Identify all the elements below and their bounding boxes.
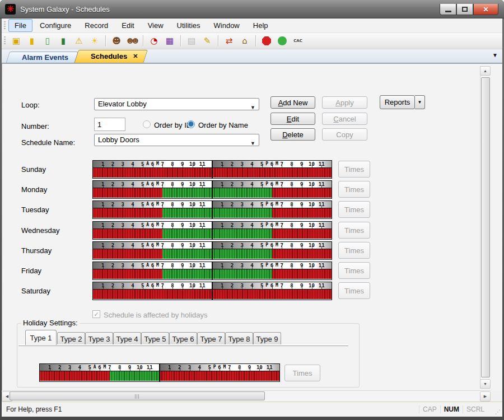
stop-icon[interactable] <box>259 34 274 48</box>
holiday-tab-type-6[interactable]: Type 6 <box>169 332 197 345</box>
cancel-button[interactable]: Cancel <box>322 113 367 125</box>
monday-timeline[interactable]: 1234567891011AM1234567891011PM <box>92 180 332 199</box>
building-access-icon[interactable]: ⌂ <box>237 34 252 48</box>
tab-alarm-events[interactable]: Alarm Events <box>10 52 78 63</box>
tuesday-timeline-active-segment <box>162 208 272 218</box>
saturday-timeline-am-half: 1234567891011AM <box>93 282 212 289</box>
sunday-timeline-am-half: 1234567891011AM <box>93 161 212 167</box>
maximize-button[interactable] <box>456 4 473 15</box>
status-indicator-cap: CAP <box>419 405 440 413</box>
saturday-timeline[interactable]: 1234567891011AM1234567891011PM <box>92 282 332 300</box>
schedule-name-select[interactable]: Lobby Doors ▼ <box>94 134 259 146</box>
menu-configure[interactable]: Configure <box>34 19 77 32</box>
times-button-wednesday[interactable]: Times <box>338 222 370 239</box>
noon-divider <box>212 201 213 218</box>
door-open-icon[interactable]: ▯ <box>40 34 55 48</box>
tab-overflow-icon[interactable]: ▼ <box>492 52 498 58</box>
order-by-name-radio[interactable] <box>187 120 195 128</box>
door-yellow-icon[interactable]: ▮ <box>25 34 39 48</box>
door-yellow-icon-glyph: ▮ <box>30 37 34 45</box>
times-button-friday[interactable]: Times <box>338 262 370 279</box>
holiday-tab-type-1[interactable]: Type 1 <box>25 330 57 345</box>
number-field[interactable] <box>94 118 125 131</box>
tuesday-timeline-pm-half: 1234567891011PM <box>212 201 332 208</box>
reports-dropdown-button[interactable]: ▼ <box>415 95 425 109</box>
horizontal-scrollbar[interactable]: ◀ ▶ <box>2 390 491 402</box>
holiday-tab-type-5[interactable]: Type 5 <box>141 332 169 345</box>
menu-view[interactable]: View <box>142 19 170 32</box>
noon-divider <box>212 282 213 300</box>
menu-utilities[interactable]: Utilities <box>171 19 207 32</box>
calendar-grid-icon[interactable]: ▦ <box>162 34 177 48</box>
alarm-warning-icon[interactable]: ⚠ <box>72 34 86 48</box>
scroll-right-button[interactable]: ▶ <box>480 391 491 402</box>
vertical-scroll-thumb[interactable] <box>481 77 490 377</box>
times-button-saturday[interactable]: Times <box>338 282 370 299</box>
sunday-timeline[interactable]: 1234567891011AM1234567891011PM <box>92 160 332 179</box>
holiday-timeline[interactable]: 1234567891011AM1234567891011PM <box>39 363 280 382</box>
report-icon[interactable]: ▤ <box>184 34 199 48</box>
holiday-tab-type-2[interactable]: Type 2 <box>57 332 85 345</box>
times-button-sunday[interactable]: Times <box>338 161 370 178</box>
friday-timeline-active-segment <box>162 269 272 279</box>
menu-help[interactable]: Help <box>247 19 274 32</box>
noon-divider <box>159 364 160 381</box>
report-icon-glyph: ▤ <box>188 37 195 45</box>
holiday-tab-type-9[interactable]: Type 9 <box>253 332 281 345</box>
tuesday-timeline[interactable]: 1234567891011AM1234567891011PM <box>92 200 332 219</box>
holiday-checkbox[interactable]: ✓ <box>92 310 100 318</box>
tab-schedules[interactable]: Schedules ✕ <box>78 50 148 63</box>
edit-button[interactable]: Edit <box>270 113 315 125</box>
vertical-scrollbar[interactable]: ▲ ▼ <box>480 66 491 389</box>
number-label: Number: <box>21 122 49 130</box>
holiday-tab-type-4[interactable]: Type 4 <box>113 332 141 345</box>
loop-select[interactable]: Elevator Lobby ▼ <box>94 98 259 110</box>
holiday-timeline-active-segment <box>110 371 160 381</box>
copy-button[interactable]: Copy <box>322 128 367 141</box>
schedule-clock-icon[interactable]: ◔ <box>147 34 161 48</box>
order-by-id-radio[interactable] <box>143 120 151 128</box>
times-button-thursday[interactable]: Times <box>338 242 370 259</box>
door-closed-icon[interactable]: ▮ <box>56 34 71 48</box>
horizontal-scroll-thumb[interactable] <box>10 391 265 400</box>
menu-window[interactable]: Window <box>208 19 246 32</box>
thursday-timeline-pm-half: 1234567891011PM <box>212 242 332 249</box>
operator-icon[interactable]: ☻ <box>109 34 124 48</box>
toolbar-separator <box>255 35 256 46</box>
toolbar-separator <box>143 35 143 46</box>
menu-record[interactable]: Record <box>78 19 114 32</box>
holiday-times-button[interactable]: Times <box>284 365 320 381</box>
noon-divider <box>212 222 213 239</box>
door-io-icon[interactable]: ⇄ <box>222 34 236 48</box>
alarm-lamp-icon[interactable]: ☀ <box>87 34 102 48</box>
cardholders-icon[interactable]: ☻☻ <box>125 34 139 48</box>
holiday-tab-type-8[interactable]: Type 8 <box>225 332 253 345</box>
times-button-tuesday[interactable]: Times <box>338 201 370 218</box>
reports-button[interactable]: Reports <box>380 95 415 109</box>
operator-icon-glyph: ☻ <box>112 37 121 45</box>
tab-close-icon[interactable]: ✕ <box>133 53 138 60</box>
thursday-timeline[interactable]: 1234567891011AM1234567891011PM <box>92 241 332 260</box>
friday-timeline[interactable]: 1234567891011AM1234567891011PM <box>92 262 332 280</box>
wednesday-timeline[interactable]: 1234567891011AM1234567891011PM <box>92 221 332 240</box>
apply-button[interactable]: Apply <box>322 96 367 109</box>
delete-button[interactable]: Delete <box>270 128 315 141</box>
cac-icon[interactable]: CAC <box>291 34 305 48</box>
times-button-monday[interactable]: Times <box>338 181 370 198</box>
holiday-tab-type-3[interactable]: Type 3 <box>85 332 113 345</box>
go-icon[interactable] <box>275 34 290 48</box>
sign-icon[interactable]: ✎ <box>200 34 214 48</box>
scroll-down-button[interactable]: ▼ <box>480 379 491 389</box>
arrow-left-icon: ◀ <box>6 394 8 399</box>
friday-timeline-am-half: 1234567891011AM <box>93 262 212 269</box>
menu-file[interactable]: File <box>8 19 32 32</box>
monday-timeline-active-segment <box>162 188 272 198</box>
menu-edit[interactable]: Edit <box>115 19 140 32</box>
holiday-tab-type-7[interactable]: Type 7 <box>197 332 225 345</box>
minimize-button[interactable] <box>440 4 456 15</box>
add-new-button[interactable]: Add New <box>270 96 315 109</box>
scroll-up-button[interactable]: ▲ <box>480 66 491 76</box>
close-button[interactable]: ✕ <box>473 4 498 15</box>
loop-diagram-icon[interactable]: ▣ <box>9 34 24 48</box>
order-by-name-label: Order by Name <box>198 121 248 129</box>
